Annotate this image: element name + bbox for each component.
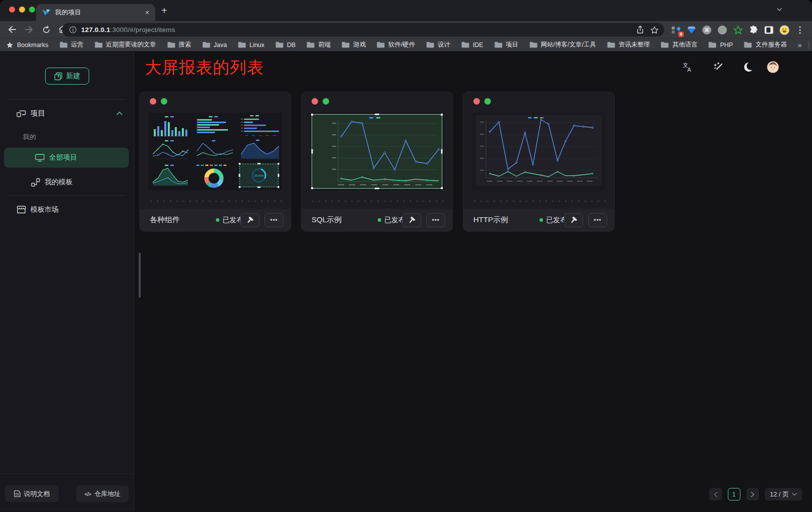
repo-button[interactable]: </> 仓库地址 bbox=[76, 485, 129, 502]
chevron-up-icon[interactable] bbox=[116, 111, 123, 116]
dotted-separator bbox=[147, 200, 284, 202]
dotted-separator bbox=[309, 200, 445, 202]
page-title: 大屏报表的列表 bbox=[145, 57, 264, 79]
docs-button-label: 说明文档 bbox=[24, 489, 50, 498]
bookmark-folder-label: DB bbox=[287, 42, 296, 49]
url-text: 127.0.0.1:3000/#/project/items bbox=[81, 26, 635, 34]
bookmarks-root[interactable]: Bookmarks bbox=[6, 42, 49, 49]
bookmark-folder-item[interactable]: DB bbox=[276, 41, 296, 49]
bookmark-folder-item[interactable]: 项目 bbox=[494, 41, 518, 49]
url-path: :3000/#/project/items bbox=[110, 26, 175, 34]
profile-avatar-emoji[interactable] bbox=[779, 25, 789, 35]
bookmark-star-icon[interactable] bbox=[649, 25, 659, 35]
bookmark-folder-item[interactable]: 文件服务器 bbox=[744, 41, 787, 49]
back-button[interactable] bbox=[6, 24, 18, 36]
browser-tab[interactable]: 我的项目 × bbox=[36, 4, 155, 21]
bookmark-folder-item[interactable]: Linux bbox=[238, 41, 264, 49]
bookmark-folder-item[interactable]: PHP bbox=[708, 41, 733, 49]
bookmark-folder-item[interactable]: 运营 bbox=[60, 41, 84, 49]
project-thumbnail: 25.00% bbox=[148, 113, 282, 190]
more-actions-button[interactable]: ••• bbox=[264, 213, 284, 227]
zoom-window-button[interactable] bbox=[29, 7, 35, 13]
extension-blocks-icon[interactable]: 9 bbox=[671, 25, 681, 35]
repo-button-label: 仓库地址 bbox=[94, 489, 120, 498]
folder-icon bbox=[307, 42, 315, 48]
sidebar-item-all-projects[interactable]: 全部项目 bbox=[4, 148, 129, 168]
user-avatar[interactable] bbox=[767, 61, 779, 73]
sidebar-group-label: 项目 bbox=[31, 109, 45, 118]
bookmark-folder-item[interactable]: 资讯未整理 bbox=[607, 41, 650, 49]
ellipsis-icon: ••• bbox=[270, 217, 278, 224]
bookmark-folder-item[interactable]: IDE bbox=[461, 41, 483, 49]
share-icon[interactable] bbox=[635, 25, 645, 35]
edit-hammer-button[interactable] bbox=[240, 213, 259, 227]
prev-page-button[interactable] bbox=[709, 488, 722, 500]
dark-mode-moon-icon[interactable] bbox=[742, 61, 754, 73]
status-dot bbox=[378, 218, 381, 222]
bookmark-folder-item[interactable]: 设计 bbox=[426, 41, 450, 49]
card-title: HTTP示例 bbox=[473, 215, 508, 225]
extension-frame-icon[interactable] bbox=[764, 25, 774, 35]
minimize-window-button[interactable] bbox=[19, 7, 25, 13]
extensions-row: 9 ⌘ bbox=[671, 23, 805, 37]
bookmark-folder-item[interactable]: 其他语言 bbox=[661, 41, 697, 49]
tab-search-chevron-icon[interactable] bbox=[776, 6, 783, 13]
new-project-button[interactable]: 新建 bbox=[45, 68, 89, 85]
sidebar-item-template-market[interactable]: 模板市场 bbox=[0, 200, 134, 219]
bookmark-folder-label: 文件服务器 bbox=[755, 41, 787, 49]
svg-text:⌘: ⌘ bbox=[704, 27, 710, 33]
reload-button[interactable] bbox=[40, 24, 52, 36]
extension-gem-icon[interactable] bbox=[686, 25, 696, 35]
forward-button[interactable] bbox=[23, 24, 35, 36]
folder-icon bbox=[60, 42, 68, 48]
bookmark-folder-item[interactable]: Java bbox=[202, 41, 227, 49]
folder-icon bbox=[202, 42, 210, 48]
sidebar-item-my-templates[interactable]: 我的模板 bbox=[0, 173, 134, 192]
more-actions-button[interactable]: ••• bbox=[588, 213, 607, 227]
url-bar[interactable]: 127.0.0.1:3000/#/project/items bbox=[62, 23, 664, 37]
language-translate-icon[interactable]: 文 A bbox=[682, 61, 694, 73]
new-tab-button[interactable]: + bbox=[161, 5, 167, 17]
project-card[interactable]: SQL示例 已发布 ••• bbox=[301, 92, 453, 232]
docs-button[interactable]: 说明文档 bbox=[5, 485, 59, 502]
scrollbar-thumb[interactable] bbox=[139, 253, 141, 298]
chrome-menu-icon[interactable] bbox=[795, 25, 805, 35]
sidebar-group-project[interactable]: 项目 bbox=[0, 104, 134, 123]
red-dot bbox=[150, 98, 156, 105]
project-card[interactable]: HTTP示例 已发布 ••• bbox=[463, 92, 615, 232]
bookmark-folder-item[interactable]: 近期需要读的文章 bbox=[95, 41, 156, 49]
bookmark-folder-label: Linux bbox=[249, 42, 264, 49]
bookmark-folder-item[interactable]: 游戏 bbox=[342, 41, 366, 49]
close-window-button[interactable] bbox=[9, 7, 15, 13]
more-actions-button[interactable]: ••• bbox=[426, 213, 445, 227]
project-card[interactable]: 25.00% 各种组件 已发布 bbox=[139, 92, 291, 232]
current-page-button[interactable]: 1 bbox=[728, 488, 740, 500]
edit-hammer-button[interactable] bbox=[564, 213, 583, 227]
card-window-dots bbox=[473, 98, 491, 105]
url-host: 127.0.0.1 bbox=[81, 26, 110, 34]
star-icon bbox=[6, 42, 14, 49]
extension-command-icon[interactable]: ⌘ bbox=[702, 25, 712, 35]
tab-close-icon[interactable]: × bbox=[145, 9, 149, 16]
next-page-button[interactable] bbox=[746, 488, 759, 500]
page-size-select[interactable]: 12 / 页 bbox=[765, 488, 802, 500]
extension-record-icon[interactable] bbox=[717, 25, 727, 35]
sidebar-subgroup-mine: 我的 bbox=[0, 128, 134, 147]
bookmark-folder-item[interactable]: 软件/硬件 bbox=[377, 41, 415, 49]
bookmark-folder-label: 前端 bbox=[318, 41, 331, 49]
edit-hammer-button[interactable] bbox=[402, 213, 421, 227]
folder-icon bbox=[607, 42, 615, 48]
bookmark-folder-item[interactable]: 网站/博客/文章/工具 bbox=[529, 41, 596, 49]
bookmarks-overflow-button[interactable]: » bbox=[798, 41, 802, 49]
project-screens-icon bbox=[17, 109, 26, 118]
extensions-puzzle-icon[interactable] bbox=[748, 25, 758, 35]
site-info-icon[interactable] bbox=[69, 26, 77, 34]
green-dot bbox=[323, 98, 329, 105]
sidebar-item-label: 我的模板 bbox=[45, 178, 73, 187]
bookmark-folder-item[interactable]: 前端 bbox=[307, 41, 331, 49]
bookmark-folder-item[interactable]: 搜索 bbox=[167, 41, 191, 49]
main-header: 大屏报表的列表 文 A bbox=[134, 52, 812, 83]
sidebar-subgroup-label: 我的 bbox=[23, 133, 36, 142]
extension-green-star-icon[interactable] bbox=[733, 25, 743, 35]
magic-wand-icon[interactable] bbox=[712, 61, 724, 73]
